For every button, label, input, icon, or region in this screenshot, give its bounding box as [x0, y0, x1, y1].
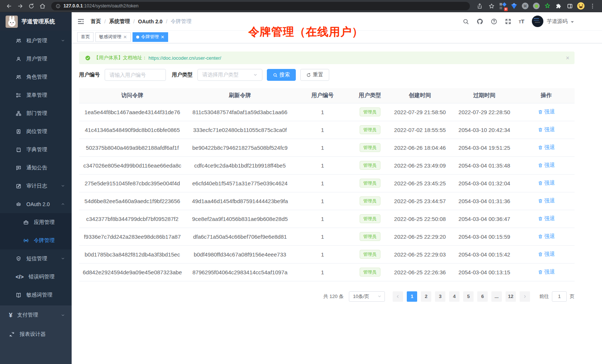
page-button-3[interactable]: 3	[435, 291, 445, 302]
profile-avatar-icon[interactable]	[576, 1, 586, 11]
search-icon[interactable]	[462, 18, 469, 25]
cell-action: 强退	[518, 139, 575, 156]
tab-sensitive-word[interactable]: 敏感词管理✕	[95, 32, 131, 42]
sidebar-item-pay[interactable]: ¥支付管理	[0, 305, 72, 325]
sidebar-item-report-designer[interactable]: 报表设计器	[0, 325, 72, 344]
page-button-12[interactable]: 12	[506, 291, 516, 302]
force-logout-button[interactable]: 强退	[538, 162, 555, 169]
page-size-select[interactable]: 10条/页	[349, 291, 385, 302]
cell-user-type: 管理员	[351, 121, 389, 139]
cell-access-token: 54d6be82ee5a460a9aedc1f9bf223656	[79, 192, 186, 210]
tab-token[interactable]: 令牌管理✕	[132, 32, 168, 42]
fullscreen-icon[interactable]	[505, 18, 511, 25]
org-icon	[16, 110, 22, 116]
force-logout-button[interactable]: 强退	[538, 126, 555, 133]
github-icon[interactable]	[477, 18, 483, 25]
app-logo[interactable]: 芋道管理系统	[0, 12, 72, 31]
page-button-2[interactable]: 2	[421, 291, 431, 302]
command-extension-icon[interactable]: ⌘	[520, 1, 530, 11]
trash-icon	[538, 127, 543, 132]
next-page-button[interactable]	[520, 291, 530, 302]
sidebar-item-error-code[interactable]: </>错误码管理	[0, 268, 72, 286]
browser-forward-button[interactable]	[15, 1, 25, 11]
browser-home-button[interactable]	[37, 1, 48, 11]
sidebar-item-menu[interactable]: 菜单管理	[0, 86, 72, 104]
share-icon[interactable]	[474, 1, 485, 11]
side-panel-icon[interactable]	[565, 1, 575, 11]
breadcrumb-item[interactable]: OAuth 2.0	[138, 19, 163, 24]
bookmark-star-icon[interactable]	[486, 1, 497, 11]
cell-refresh-token: 811c530487574fa0af1a59d3abc1aa66	[186, 103, 294, 121]
force-logout-button[interactable]: 强退	[538, 251, 555, 258]
tab-close-icon[interactable]: ✕	[123, 35, 127, 39]
sidebar-item-dept[interactable]: 部门管理	[0, 104, 72, 122]
font-size-icon[interactable]: TT	[519, 19, 524, 24]
trash-icon	[538, 145, 543, 150]
sidebar-item-oauth2-token[interactable]: 令牌管理	[0, 231, 72, 249]
page-button-1[interactable]: 1	[407, 291, 417, 302]
browser-reload-button[interactable]	[26, 1, 36, 11]
sidebar-item-sms[interactable]: 短信管理	[0, 249, 72, 268]
sidebar: 芋道管理系统 租户管理用户管理角色管理菜单管理部门管理岗位管理字典管理通知公告审…	[0, 12, 72, 364]
browser-menu-icon[interactable]	[587, 1, 598, 11]
sidebar-item-dict[interactable]: 字典管理	[0, 140, 72, 159]
cell-expire-time: 2054-03-04 00:15:42	[451, 245, 518, 263]
sidebar-item-label: 短信管理	[26, 255, 47, 262]
sidebar-item-label: 应用管理	[34, 219, 55, 226]
signal-icon	[23, 238, 29, 244]
cell-access-token: 6d842e2924594de9a09e45e087323abe	[79, 263, 186, 281]
tab-home[interactable]: 首页	[77, 32, 94, 42]
trash-icon	[538, 252, 543, 257]
cell-expire-time: 2054-03-04 19:51:25	[451, 139, 518, 156]
star-extension-icon[interactable]	[543, 1, 552, 11]
page-button-5[interactable]: 5	[463, 291, 474, 302]
tab-close-icon[interactable]: ✕	[161, 35, 164, 39]
force-logout-button[interactable]: 强退	[538, 198, 555, 204]
goto-page-input[interactable]	[552, 291, 567, 302]
user-type-label: 用户类型	[172, 72, 193, 78]
prev-page-button[interactable]	[393, 291, 403, 302]
sidebar-item-notice[interactable]: 通知公告	[0, 159, 72, 177]
force-logout-button[interactable]: 强退	[538, 215, 555, 222]
table-row: 41c41346a548490f9dc8b01c6bfe0865333ecfc7…	[79, 121, 575, 139]
page-button-6[interactable]: 6	[477, 291, 488, 302]
alert-close-icon[interactable]: ✕	[566, 55, 570, 61]
tab-label: 首页	[81, 34, 90, 40]
page-button-4[interactable]: 4	[449, 291, 459, 302]
help-icon[interactable]	[491, 18, 497, 25]
cell-create-time: 2022-06-25 22:29:20	[389, 228, 451, 245]
breadcrumb-item[interactable]: 首页	[91, 18, 101, 25]
user-type-select[interactable]: 请选择用户类型	[197, 69, 262, 81]
force-logout-button[interactable]: 强退	[538, 109, 555, 115]
extensions-puzzle-icon[interactable]	[554, 1, 563, 11]
tab-manager-extension-icon[interactable]: 9	[498, 1, 508, 11]
sidebar-item-role[interactable]: 角色管理	[0, 68, 72, 86]
force-logout-button[interactable]: 强退	[538, 233, 555, 240]
reset-button[interactable]: 重置	[300, 69, 329, 81]
force-logout-button[interactable]: 强退	[538, 144, 555, 151]
gem-extension-icon[interactable]	[509, 1, 519, 11]
sidebar-item-oauth2[interactable]: OAuth 2.0	[0, 195, 72, 213]
sidebar-item-audit-log[interactable]: 审计日志	[0, 177, 72, 195]
address-bar[interactable]: 127.0.0.1:1024/system/oauth2/token	[51, 2, 470, 10]
breadcrumb-item[interactable]: 系统管理	[109, 18, 130, 25]
browser-back-button[interactable]	[4, 1, 14, 11]
goto-unit-label: 页	[570, 293, 575, 300]
force-logout-button[interactable]: 强退	[538, 269, 555, 275]
site-info-icon[interactable]	[56, 4, 60, 9]
doc-link[interactable]: https://doc.iocoder.cn/user-center/	[148, 55, 221, 61]
user-menu[interactable]: 芋道源码	[532, 16, 574, 27]
sidebar-item-label: 审计日志	[26, 183, 47, 189]
sidebar-item-sensitive-word[interactable]: 敏感词管理	[0, 286, 72, 304]
force-logout-button[interactable]: 强退	[538, 180, 555, 186]
sidebar-item-oauth2-app[interactable]: 应用管理	[0, 213, 72, 231]
user-id-input[interactable]	[105, 69, 166, 81]
page-ellipsis-button[interactable]: ...	[491, 291, 502, 302]
recorder-extension-icon[interactable]	[531, 1, 541, 11]
sidebar-item-post[interactable]: 岗位管理	[0, 122, 72, 140]
users-icon	[16, 74, 22, 80]
sidebar-item-tenant[interactable]: 租户管理	[0, 32, 72, 50]
search-button[interactable]: 搜索	[267, 69, 296, 81]
sidebar-item-user[interactable]: 用户管理	[0, 50, 72, 68]
sidebar-fold-icon[interactable]	[77, 18, 85, 25]
